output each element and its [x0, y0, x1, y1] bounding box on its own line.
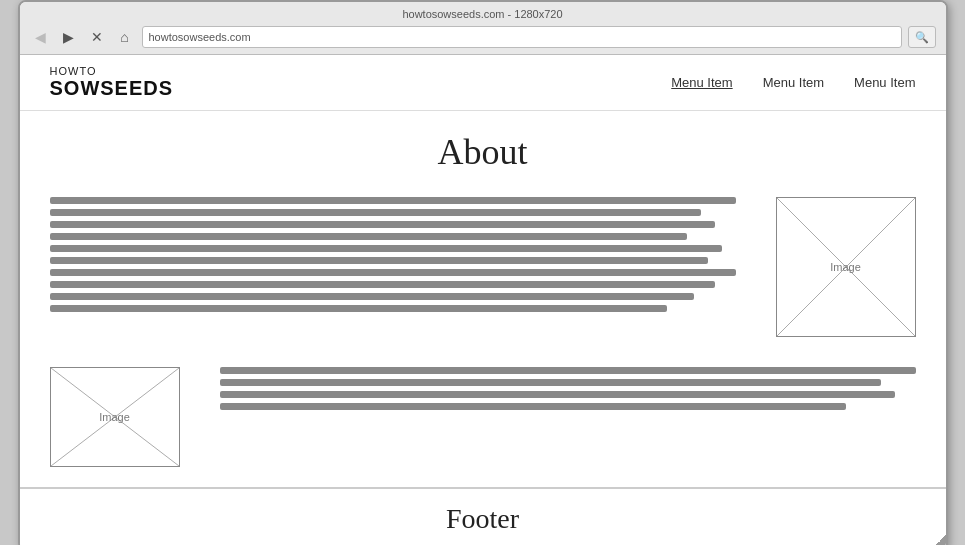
text-line	[50, 257, 709, 264]
browser-top-bar: howtosowseeds.com - 1280x720	[30, 8, 936, 20]
home-button[interactable]: ⌂	[114, 26, 136, 48]
text-line	[50, 209, 702, 216]
close-button[interactable]: ✕	[86, 26, 108, 48]
footer-label: Footer	[446, 503, 519, 534]
search-button[interactable]: 🔍	[908, 26, 936, 48]
url-bar-text: howtosowseeds.com	[149, 31, 251, 43]
text-line	[220, 367, 916, 374]
text-block-1	[50, 197, 736, 317]
text-line	[50, 281, 715, 288]
image-placeholder-1: Image	[776, 197, 916, 337]
url-bar[interactable]: howtosowseeds.com	[142, 26, 902, 48]
text-line	[220, 403, 846, 410]
text-line	[50, 197, 736, 204]
forward-button[interactable]: ▶	[58, 26, 80, 48]
text-line	[50, 305, 667, 312]
content-section-1: Image	[50, 197, 916, 337]
browser-nav-bar: ◀ ▶ ✕ ⌂ howtosowseeds.com 🔍	[30, 26, 936, 48]
image-label-1: Image	[830, 261, 861, 273]
text-line	[50, 293, 695, 300]
content-section-2: Image	[50, 367, 916, 467]
text-line	[50, 233, 688, 240]
resize-handle[interactable]	[932, 535, 946, 545]
image-label-2: Image	[99, 411, 130, 423]
website-content: HOWTO SOWSEEDS Menu Item Menu Item Menu …	[20, 55, 946, 545]
text-line	[50, 221, 715, 228]
image-placeholder-2: Image	[50, 367, 180, 467]
text-line	[220, 379, 881, 386]
browser-window: howtosowseeds.com - 1280x720 ◀ ▶ ✕ ⌂ how…	[18, 0, 948, 545]
nav-item-3[interactable]: Menu Item	[854, 75, 915, 90]
site-header: HOWTO SOWSEEDS Menu Item Menu Item Menu …	[20, 55, 946, 111]
nav-item-2[interactable]: Menu Item	[763, 75, 824, 90]
site-footer: Footer	[20, 487, 946, 545]
logo-bottom: SOWSEEDS	[50, 77, 174, 100]
text-block-2	[220, 367, 916, 415]
logo-top: HOWTO	[50, 65, 174, 77]
text-line	[50, 245, 722, 252]
browser-chrome: howtosowseeds.com - 1280x720 ◀ ▶ ✕ ⌂ how…	[20, 2, 946, 55]
main-content: About	[20, 111, 946, 487]
text-line	[50, 269, 736, 276]
text-line	[220, 391, 895, 398]
site-logo: HOWTO SOWSEEDS	[50, 65, 174, 100]
nav-item-1[interactable]: Menu Item	[671, 75, 732, 90]
site-nav: Menu Item Menu Item Menu Item	[671, 75, 915, 90]
page-title: About	[50, 131, 916, 173]
browser-url-display: howtosowseeds.com - 1280x720	[30, 8, 936, 20]
back-button[interactable]: ◀	[30, 26, 52, 48]
